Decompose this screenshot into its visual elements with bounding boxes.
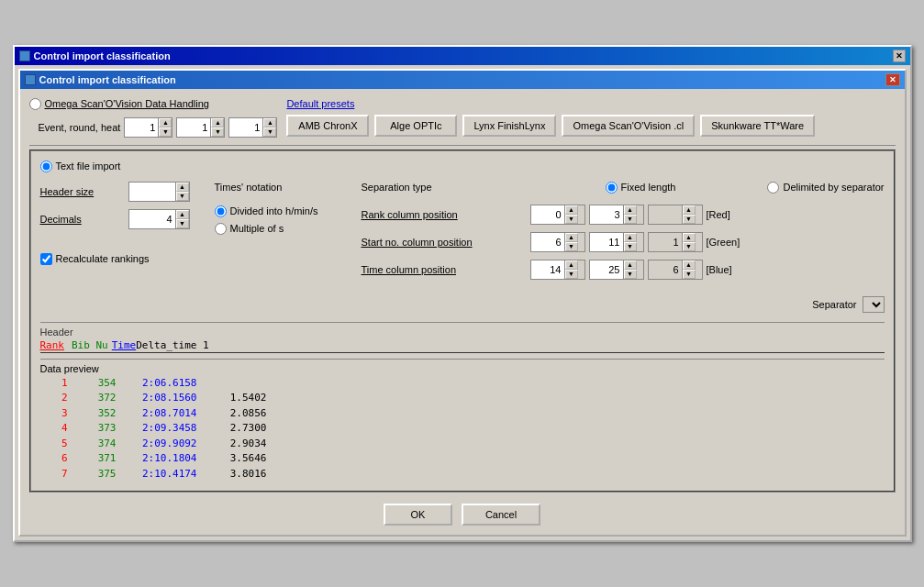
header-size-down[interactable]: ▼ <box>176 192 189 201</box>
text-import-label[interactable]: Text file import <box>56 161 121 172</box>
delimited-radio[interactable] <box>767 182 779 194</box>
start-input-3[interactable] <box>649 233 682 251</box>
preset-algeoptic[interactable]: Alge OPTIc <box>374 115 457 137</box>
time-spinner-1: ▲ ▼ <box>530 260 585 280</box>
event-up-1[interactable]: ▲ <box>159 118 172 127</box>
divided-label: Divided into h/min/s <box>230 205 318 216</box>
header-bib: Bib Nu <box>72 339 108 351</box>
fixed-length-radio[interactable] <box>606 182 618 194</box>
rank-down-2[interactable]: ▼ <box>624 215 637 224</box>
rank-input-1[interactable] <box>531 205 564 224</box>
decimals-input[interactable] <box>129 210 175 228</box>
start-down-2[interactable]: ▼ <box>624 242 637 251</box>
time-input-3[interactable] <box>649 260 682 279</box>
preset-lynxfinishlynx[interactable]: Lynx FinishLynx <box>462 115 556 137</box>
time-up-2[interactable]: ▲ <box>624 260 637 270</box>
rank-up-1[interactable]: ▲ <box>565 205 578 215</box>
time-down-1[interactable]: ▼ <box>565 270 578 279</box>
event-input-2[interactable] <box>177 118 210 137</box>
rank-up-2[interactable]: ▲ <box>624 205 637 215</box>
ok-button[interactable]: OK <box>384 504 452 526</box>
separator-select[interactable] <box>863 296 885 313</box>
row-time: 2:08.7014 <box>124 406 197 422</box>
event-down-3[interactable]: ▼ <box>263 127 276 137</box>
recalculate-label[interactable]: Recalculate rankings <box>56 253 150 264</box>
multiple-label: Multiple of s <box>230 223 284 234</box>
multiple-radio-label[interactable]: Multiple of s <box>215 223 343 235</box>
event-up-3[interactable]: ▲ <box>263 118 276 127</box>
rank-input-3[interactable] <box>649 205 682 224</box>
divided-radio-label[interactable]: Divided into h/min/s <box>215 205 343 217</box>
row-delta <box>212 376 267 392</box>
header-data: Rank Bib Nu Time Delta_time 1 <box>40 339 885 351</box>
start-down-3[interactable]: ▼ <box>683 242 696 251</box>
time-down-2[interactable]: ▼ <box>624 270 637 279</box>
data-preview-section: Data preview 1 354 2:06.6158 2 372 2:08.… <box>40 359 885 482</box>
divided-radio[interactable] <box>215 205 227 217</box>
preset-omegascan[interactable]: Omega Scan'O'Vision .cl <box>562 115 695 137</box>
header-section: Header Rank Bib Nu Time Delta_time 1 <box>40 322 885 353</box>
event-input-3[interactable] <box>229 118 262 137</box>
header-size-up[interactable]: ▲ <box>176 183 189 192</box>
event-down-2[interactable]: ▼ <box>211 127 224 137</box>
row-time: 2:06.6158 <box>124 376 197 392</box>
start-down-1[interactable]: ▼ <box>565 242 578 251</box>
time-input-2[interactable] <box>590 260 623 279</box>
start-spinner-1: ▲ ▼ <box>530 232 585 252</box>
table-row: 1 354 2:06.6158 <box>40 376 885 392</box>
presets-buttons: AMB ChronX Alge OPTIc Lynx FinishLynx Om… <box>286 115 895 137</box>
fixed-length-label: Fixed length <box>621 182 676 193</box>
omega-radio[interactable] <box>29 98 41 110</box>
header-rank: Rank <box>40 339 65 351</box>
rank-col-label: Rank column position <box>362 209 527 220</box>
start-spinner-2: ▲ ▼ <box>589 232 644 252</box>
row-bib: 375 <box>75 467 117 482</box>
header-size-label: Header size <box>40 186 123 197</box>
time-up-1[interactable]: ▲ <box>565 260 578 270</box>
event-input-1[interactable] <box>125 118 158 137</box>
time-up-3[interactable]: ▲ <box>683 260 696 270</box>
event-down-1[interactable]: ▼ <box>159 127 172 137</box>
outer-title-bar: Control import classification ✕ <box>15 47 910 65</box>
row-delta: 3.8016 <box>212 467 267 482</box>
decimals-down[interactable]: ▼ <box>176 219 189 228</box>
row-time: 2:10.1804 <box>124 451 197 467</box>
time-input-1[interactable] <box>531 260 564 279</box>
outer-window-icon <box>19 50 30 61</box>
time-col-label: Time column position <box>362 264 527 275</box>
row-delta: 2.9034 <box>212 437 267 452</box>
recalculate-checkbox[interactable] <box>40 253 52 265</box>
delimited-radio-label[interactable]: Delimited by separator <box>767 182 884 194</box>
start-up-1[interactable]: ▲ <box>565 233 578 242</box>
start-input-2[interactable] <box>590 233 623 251</box>
omega-radio-label[interactable]: Omega Scan'O'Vision Data Handling <box>45 98 210 109</box>
preset-ambchronx[interactable]: AMB ChronX <box>286 115 369 137</box>
cancel-button[interactable]: Cancel <box>462 504 540 526</box>
event-up-2[interactable]: ▲ <box>211 118 224 127</box>
start-input-1[interactable] <box>531 233 564 251</box>
decimals-label: Decimals <box>40 214 123 225</box>
header-size-input[interactable] <box>129 183 175 201</box>
row-delta: 1.5402 <box>212 391 267 406</box>
presets-section: Default presets AMB ChronX Alge OPTIc Ly… <box>286 98 895 138</box>
rank-down-1[interactable]: ▼ <box>565 215 578 224</box>
row-time: 2:10.4174 <box>124 467 197 482</box>
multiple-radio[interactable] <box>215 223 227 235</box>
inner-close-button[interactable]: ✕ <box>885 73 900 86</box>
row-bib: 354 <box>75 376 117 392</box>
text-import-radio[interactable] <box>40 161 52 172</box>
start-up-3[interactable]: ▲ <box>683 233 696 242</box>
outer-close-button[interactable]: ✕ <box>893 50 906 62</box>
table-row: 5 374 2:09.9092 2.9034 <box>40 437 885 452</box>
rank-down-3[interactable]: ▼ <box>683 215 696 224</box>
start-color-label: [Green] <box>707 237 885 248</box>
event-spinner-2: ▲ ▼ <box>176 117 225 138</box>
decimals-up[interactable]: ▲ <box>176 210 189 219</box>
rank-up-3[interactable]: ▲ <box>683 205 696 215</box>
preset-skunkware[interactable]: Skunkware TT*Ware <box>700 115 815 137</box>
start-up-2[interactable]: ▲ <box>624 233 637 242</box>
time-down-3[interactable]: ▼ <box>683 270 696 279</box>
fixed-length-radio-label[interactable]: Fixed length <box>606 182 676 194</box>
table-row: 4 373 2:09.3458 2.7300 <box>40 421 885 437</box>
rank-input-2[interactable] <box>590 205 623 224</box>
